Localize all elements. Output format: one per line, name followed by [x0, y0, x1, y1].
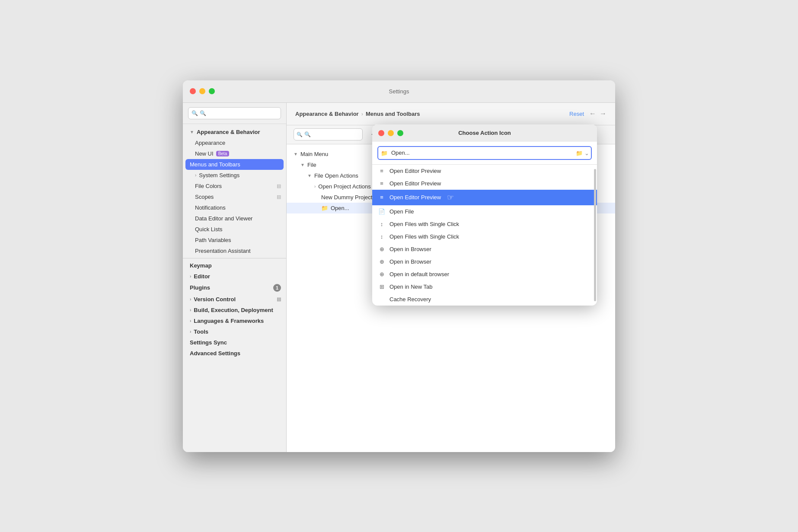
item-icon-oep3: ≡: [378, 194, 385, 201]
item-icon-oib2: ⊕: [378, 258, 385, 265]
sidebar-item-label: Keymap: [190, 262, 212, 269]
chevron-icon: ›: [190, 308, 191, 312]
chevron-icon: ›: [190, 274, 191, 279]
sidebar-list: ▼ Appearance & Behavior Appearance New U…: [183, 124, 286, 452]
sidebar-item-label: Settings Sync: [190, 339, 227, 346]
sidebar-item-languages-frameworks[interactable]: › Languages & Frameworks: [183, 315, 286, 326]
sidebar-item-label: Scopes: [195, 194, 214, 200]
sidebar-item-tools[interactable]: › Tools: [183, 326, 286, 337]
sidebar-item-editor[interactable]: › Editor: [183, 271, 286, 282]
modal-folder-btn-icon[interactable]: 📁: [576, 150, 583, 156]
settings-window: Settings 🔍 ▼ Appearance & Behavior Appea…: [183, 80, 615, 452]
sidebar-item-presentation-assistant[interactable]: Presentation Assistant: [183, 245, 286, 256]
sidebar-item-notifications[interactable]: Notifications: [183, 202, 286, 213]
sidebar-item-system-settings[interactable]: › System Settings: [183, 170, 286, 181]
sidebar-item-label: Data Editor and Viewer: [195, 215, 252, 222]
modal-list-item-label: Open in New Tab: [389, 284, 433, 290]
db-icon: ▤: [277, 183, 281, 189]
choose-action-icon-modal: Choose Action Icon 📁 📁 ⌄: [372, 124, 597, 306]
modal-list-item-label: Open Editor Preview: [389, 180, 441, 187]
window-title: Settings: [389, 88, 409, 95]
modal-list-item-oep2[interactable]: ≡ Open Editor Preview: [372, 177, 597, 190]
content-area: Appearance & Behavior › Menus and Toolba…: [287, 103, 615, 452]
modal-search-row: 📁 📁 ⌄: [372, 142, 597, 165]
modal-list-item-oidb[interactable]: ⊕ Open in default browser: [372, 268, 597, 280]
modal-list-item-oep3[interactable]: ≡ Open Editor Preview ☞: [372, 190, 597, 205]
chevron-icon: ›: [190, 319, 191, 323]
sidebar-item-label: System Settings: [199, 172, 239, 178]
sidebar-item-label: Advanced Settings: [190, 350, 240, 357]
sidebar-item-file-colors[interactable]: File Colors ▤: [183, 181, 286, 191]
modal-dropdown-icon[interactable]: ⌄: [584, 150, 589, 156]
sidebar-item-appearance-behavior[interactable]: ▼ Appearance & Behavior: [183, 127, 286, 137]
sidebar-item-data-editor[interactable]: Data Editor and Viewer: [183, 213, 286, 224]
window-controls: [190, 88, 215, 94]
modal-list-item-ofsc1[interactable]: ↕ Open Files with Single Click: [372, 218, 597, 230]
modal-list-item-label: Open Files with Single Click: [389, 233, 459, 240]
modal-list-item-oib2[interactable]: ⊕ Open in Browser: [372, 255, 597, 268]
sidebar-item-advanced-settings[interactable]: Advanced Settings: [183, 348, 286, 359]
modal-close-button[interactable]: [378, 130, 384, 136]
sidebar-item-keymap[interactable]: Keymap: [183, 260, 286, 271]
sidebar-item-menus-toolbars[interactable]: Menus and Toolbars: [185, 159, 284, 170]
modal-maximize-button[interactable]: [397, 130, 403, 136]
sidebar-item-settings-sync[interactable]: Settings Sync: [183, 337, 286, 348]
modal-search-right-icons: 📁 ⌄: [576, 150, 589, 156]
sidebar-item-label: Notifications: [195, 204, 226, 211]
modal-minimize-button[interactable]: [388, 130, 394, 136]
modal-list-item-oint[interactable]: ⊞ Open in New Tab: [372, 280, 597, 293]
sidebar-item-path-variables[interactable]: Path Variables: [183, 235, 286, 245]
sidebar-item-label: Path Variables: [195, 237, 231, 243]
modal-list-item-open-file[interactable]: 📄 Open File: [372, 205, 597, 218]
sidebar-item-label: Plugins: [190, 284, 210, 291]
modal-list-item-label: Open Editor Preview: [389, 194, 441, 201]
sidebar-item-label: Appearance: [195, 140, 225, 146]
modal-search-input[interactable]: [377, 146, 592, 160]
sidebar-item-scopes[interactable]: Scopes ▤: [183, 191, 286, 202]
modal-titlebar: Choose Action Icon: [372, 124, 597, 142]
sidebar-item-label: Build, Execution, Deployment: [194, 307, 273, 313]
sidebar-item-appearance[interactable]: Appearance: [183, 137, 286, 148]
sidebar-item-new-ui[interactable]: New UI Beta: [183, 148, 286, 159]
modal-list-item-oib1[interactable]: ⊕ Open in Browser: [372, 243, 597, 255]
sidebar-search-icon: 🔍: [192, 110, 198, 116]
item-icon-open-file: 📄: [378, 208, 385, 215]
modal-folder-icon: 📁: [381, 150, 388, 156]
sidebar-divider: [183, 258, 286, 258]
modal-list-item-oep1[interactable]: ≡ Open Editor Preview: [372, 165, 597, 177]
modal-list-item-label: Open Editor Preview: [389, 168, 441, 174]
sidebar-item-label: Editor: [194, 273, 210, 280]
sidebar-item-build-execution[interactable]: › Build, Execution, Deployment: [183, 305, 286, 315]
modal-list-item-label: Cache Recovery: [389, 296, 431, 303]
plugins-badge: 1: [273, 284, 281, 292]
main-layout: 🔍 ▼ Appearance & Behavior Appearance New…: [183, 103, 615, 452]
sidebar-search-wrap: 🔍: [188, 107, 281, 119]
sidebar-item-label: Languages & Frameworks: [194, 318, 264, 324]
sidebar-item-plugins[interactable]: Plugins 1: [183, 282, 286, 294]
close-button[interactable]: [190, 88, 196, 94]
sidebar-search-input[interactable]: [188, 107, 281, 119]
maximize-button[interactable]: [209, 88, 215, 94]
chevron-icon: ›: [195, 173, 196, 178]
sidebar-item-label: Quick Lists: [195, 226, 223, 233]
chevron-icon: ›: [190, 329, 191, 334]
modal-list-item-cache-recovery[interactable]: Cache Recovery: [372, 293, 597, 306]
titlebar: Settings: [183, 80, 615, 103]
item-icon-oint: ⊞: [378, 284, 385, 290]
item-icon-oep2: ≡: [378, 180, 385, 187]
sidebar-item-label: Presentation Assistant: [195, 248, 251, 254]
modal-list-item-ofsc2[interactable]: ↕ Open Files with Single Click: [372, 230, 597, 243]
item-icon-oib1: ⊕: [378, 246, 385, 252]
modal-title: Choose Action Icon: [458, 130, 511, 136]
modal-list-item-label: Open in Browser: [389, 246, 431, 252]
sidebar-item-label: File Colors: [195, 183, 222, 189]
sidebar-item-quick-lists[interactable]: Quick Lists: [183, 224, 286, 235]
sidebar: 🔍 ▼ Appearance & Behavior Appearance New…: [183, 103, 287, 452]
item-icon-ofsc1: ↕: [378, 221, 385, 227]
item-icon-oidb: ⊕: [378, 271, 385, 277]
sidebar-item-label: Version Control: [194, 296, 236, 303]
modal-list-item-label: Open Files with Single Click: [389, 221, 459, 227]
minimize-button[interactable]: [199, 88, 205, 94]
sidebar-item-version-control[interactable]: › Version Control ▤: [183, 294, 286, 305]
modal-scrollbar[interactable]: [594, 169, 596, 301]
